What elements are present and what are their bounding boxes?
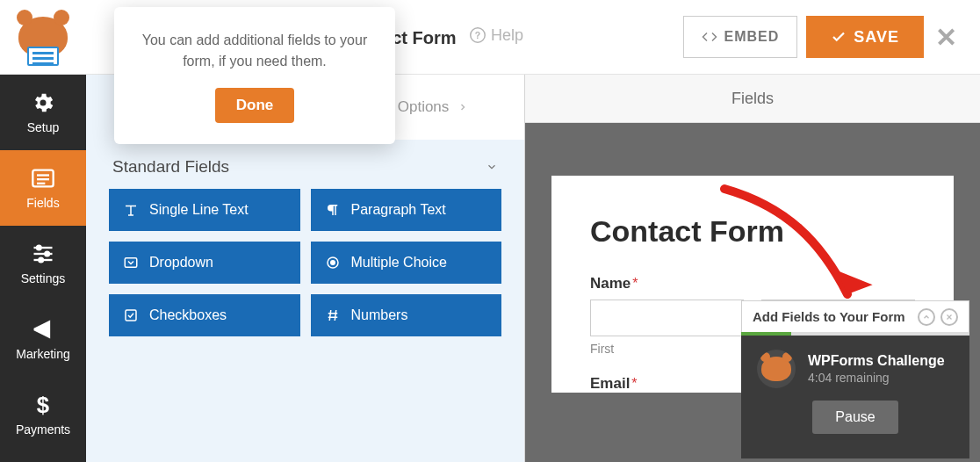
field-multiple-choice[interactable]: Multiple Choice bbox=[311, 242, 502, 284]
field-label: Checkboxes bbox=[149, 307, 227, 323]
add-fields-tooltip: You can add additional fields to your fo… bbox=[114, 7, 395, 144]
tooltip-text: You can add additional fields to your fo… bbox=[139, 30, 371, 72]
hash-icon bbox=[325, 307, 341, 323]
challenge-close-button[interactable] bbox=[940, 308, 958, 326]
svg-point-11 bbox=[39, 258, 43, 263]
nav-settings-label: Settings bbox=[21, 271, 66, 285]
preview-head-label: Fields bbox=[731, 90, 774, 108]
field-paragraph-text[interactable]: Paragraph Text bbox=[311, 189, 502, 231]
tooltip-done-button[interactable]: Done bbox=[215, 88, 295, 123]
close-icon bbox=[945, 313, 954, 321]
sliders-icon bbox=[31, 242, 55, 266]
nav-settings[interactable]: Settings bbox=[0, 226, 86, 301]
check-icon bbox=[831, 29, 847, 45]
challenge-collapse-button[interactable] bbox=[918, 308, 935, 326]
field-dropdown[interactable]: Dropdown bbox=[109, 242, 300, 284]
svg-point-9 bbox=[37, 246, 41, 250]
nav-marketing[interactable]: Marketing bbox=[0, 301, 86, 377]
challenge-pause-button[interactable]: Pause bbox=[812, 401, 897, 434]
text-icon bbox=[123, 202, 139, 218]
svg-text:$: $ bbox=[37, 393, 49, 417]
checkbox-icon bbox=[123, 307, 139, 323]
field-numbers[interactable]: Numbers bbox=[311, 294, 502, 336]
topbar-actions: EMBED SAVE ✕ bbox=[683, 16, 980, 58]
form-title: Contact Form bbox=[590, 214, 915, 249]
paragraph-icon bbox=[325, 202, 341, 218]
nav-setup[interactable]: Setup bbox=[0, 75, 86, 150]
svg-line-20 bbox=[335, 310, 336, 321]
help-link[interactable]: ? Help bbox=[470, 26, 523, 45]
section-standard-fields[interactable]: Standard Fields bbox=[86, 140, 524, 189]
email-label: Email bbox=[590, 375, 630, 392]
field-label: Multiple Choice bbox=[351, 255, 447, 271]
challenge-widget: WPForms Challenge 4:04 remaining Pause bbox=[741, 336, 969, 458]
field-single-line-text[interactable]: Single Line Text bbox=[109, 189, 300, 231]
nav-marketing-label: Marketing bbox=[16, 347, 69, 361]
dropdown-icon bbox=[123, 255, 139, 271]
section-label: Standard Fields bbox=[112, 157, 229, 177]
svg-line-19 bbox=[329, 310, 331, 321]
svg-rect-13 bbox=[125, 258, 137, 268]
challenge-strip: Add Fields to Your Form bbox=[741, 300, 969, 332]
field-grid: Single Line Text Paragraph Text Dropdown… bbox=[86, 189, 524, 336]
save-button[interactable]: SAVE bbox=[806, 16, 924, 58]
required-asterisk: * bbox=[632, 276, 638, 291]
code-icon bbox=[702, 29, 717, 45]
nav-setup-label: Setup bbox=[27, 120, 60, 134]
svg-text:?: ? bbox=[475, 30, 480, 40]
challenge-title: WPForms Challenge bbox=[808, 353, 945, 369]
nav-fields-label: Fields bbox=[26, 196, 59, 210]
field-label: Single Line Text bbox=[149, 202, 249, 218]
preview-head: Fields bbox=[525, 75, 980, 123]
close-button[interactable]: ✕ bbox=[933, 24, 959, 50]
field-label: Numbers bbox=[351, 307, 408, 323]
name-label: Name bbox=[590, 275, 631, 292]
list-icon bbox=[31, 166, 55, 191]
challenge-avatar bbox=[757, 350, 796, 388]
gear-icon bbox=[31, 90, 55, 115]
help-icon: ? bbox=[470, 27, 486, 43]
svg-point-15 bbox=[330, 261, 335, 265]
chevron-right-icon bbox=[458, 102, 468, 112]
megaphone-icon bbox=[31, 317, 55, 342]
field-checkboxes[interactable]: Checkboxes bbox=[109, 294, 300, 336]
save-label: SAVE bbox=[854, 28, 899, 47]
embed-label: EMBED bbox=[724, 29, 780, 45]
first-sublabel: First bbox=[590, 342, 744, 356]
left-nav: Setup Fields Settings Marketing $ Paymen… bbox=[0, 75, 86, 462]
nav-payments-label: Payments bbox=[16, 422, 70, 437]
challenge-remaining: 4:04 remaining bbox=[808, 371, 945, 385]
radio-icon bbox=[325, 255, 341, 271]
embed-button[interactable]: EMBED bbox=[683, 16, 798, 58]
help-label: Help bbox=[491, 26, 523, 45]
nav-fields[interactable]: Fields bbox=[0, 150, 86, 226]
first-name-input[interactable] bbox=[590, 300, 744, 336]
field-label: Dropdown bbox=[149, 255, 213, 271]
chevron-up-icon bbox=[922, 313, 931, 321]
svg-rect-16 bbox=[126, 310, 136, 321]
required-asterisk: * bbox=[631, 376, 637, 391]
dollar-icon: $ bbox=[31, 393, 55, 417]
wpforms-logo bbox=[0, 0, 86, 75]
challenge-step-title: Add Fields to Your Form bbox=[753, 309, 905, 324]
nav-payments[interactable]: $ Payments bbox=[0, 377, 86, 452]
field-label: Paragraph Text bbox=[351, 202, 446, 218]
chevron-down-icon bbox=[486, 161, 498, 173]
svg-point-10 bbox=[45, 252, 49, 256]
